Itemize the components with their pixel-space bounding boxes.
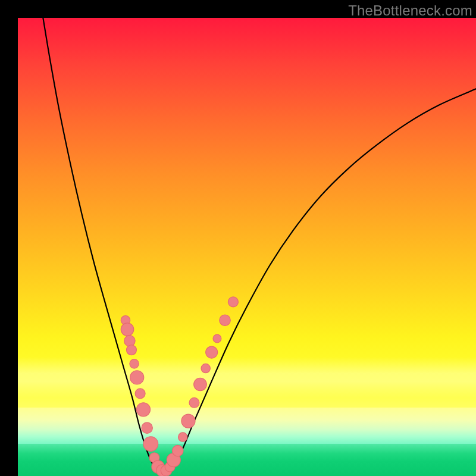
curve-marker <box>178 433 187 441</box>
curve-marker <box>130 359 139 368</box>
curve-marker <box>126 345 136 355</box>
curve-marker <box>206 346 218 358</box>
curve-svg <box>18 18 476 476</box>
curve-markers <box>121 297 238 476</box>
plot-area <box>18 18 476 476</box>
watermark-text: TheBottleneck.com <box>348 2 472 19</box>
curve-marker <box>130 371 144 384</box>
curve-marker <box>189 397 199 408</box>
curve-marker <box>201 364 210 372</box>
curve-marker <box>213 334 221 343</box>
curve-marker <box>143 437 158 452</box>
curve-marker <box>172 445 183 456</box>
curve-marker <box>136 403 150 416</box>
curve-marker <box>194 378 207 391</box>
curve-marker <box>124 336 135 346</box>
curve-marker <box>135 389 145 399</box>
bottleneck-curve <box>43 18 476 472</box>
curve-marker <box>220 315 230 325</box>
curve-marker <box>181 414 195 428</box>
chart-frame: TheBottleneck.com <box>0 0 476 476</box>
curve-marker <box>121 323 134 336</box>
curve-marker <box>142 422 152 433</box>
curve-marker <box>228 297 238 307</box>
